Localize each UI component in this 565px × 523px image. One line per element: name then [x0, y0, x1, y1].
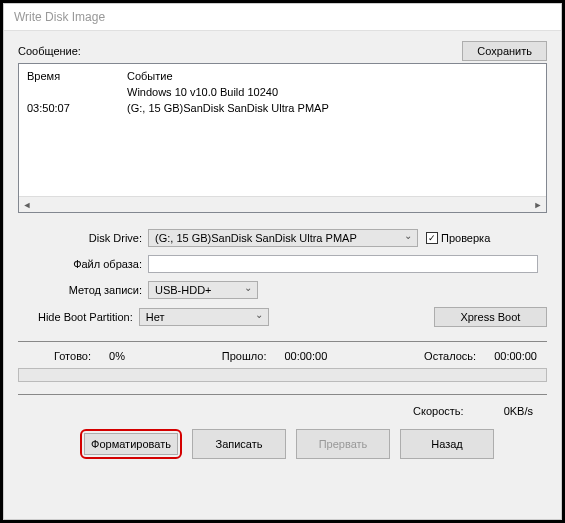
verify-label: Проверка [441, 232, 490, 244]
log-table: Время Событие Windows 10 v10.0 Build 102… [19, 64, 546, 116]
form-area: Disk Drive: (G:, 15 GB)SanDisk SanDisk U… [18, 229, 547, 335]
speed-row: Скорость: 0KB/s [18, 401, 547, 429]
disk-drive-label: Disk Drive: [18, 232, 148, 244]
scroll-left-icon[interactable]: ◄ [19, 198, 35, 212]
progress-bar [18, 368, 547, 382]
divider [18, 341, 547, 342]
log-row: Windows 10 v10.0 Build 10240 [19, 84, 546, 100]
speed-label: Скорость: [413, 405, 464, 417]
elapsed-label: Прошло: [222, 350, 267, 362]
image-file-input[interactable] [148, 255, 538, 273]
write-button[interactable]: Записать [192, 429, 286, 459]
scroll-right-icon[interactable]: ► [530, 198, 546, 212]
action-buttons: Форматировать Записать Прервать Назад [18, 429, 547, 465]
log-row: 03:50:07 (G:, 15 GB)SanDisk SanDisk Ultr… [19, 100, 546, 116]
hide-partition-select[interactable]: Нет [139, 308, 269, 326]
back-button[interactable]: Назад [400, 429, 494, 459]
log-header-time: Время [19, 64, 119, 84]
log-event-cell: Windows 10 v10.0 Build 10240 [119, 84, 546, 100]
format-button[interactable]: Форматировать [84, 433, 178, 455]
done-value: 0% [109, 350, 125, 362]
image-file-label: Файл образа: [18, 258, 148, 270]
hide-partition-row: Hide Boot Partition: Нет Xpress Boot [18, 307, 547, 327]
write-disk-image-window: Write Disk Image Сообщение: Сохранить Вр… [3, 3, 562, 520]
write-method-row: Метод записи: USB-HDD+ [18, 281, 547, 299]
remain-value: 00:00:00 [494, 350, 537, 362]
log-time-cell [19, 84, 119, 100]
horizontal-scrollbar[interactable]: ◄ ► [19, 196, 546, 212]
write-method-select[interactable]: USB-HDD+ [148, 281, 258, 299]
checkbox-icon: ✓ [426, 232, 438, 244]
log-time-cell: 03:50:07 [19, 100, 119, 116]
xpress-boot-button[interactable]: Xpress Boot [434, 307, 547, 327]
window-titlebar: Write Disk Image [4, 4, 561, 31]
verify-checkbox[interactable]: ✓ Проверка [426, 232, 490, 244]
format-highlight: Форматировать [80, 429, 182, 459]
disk-drive-row: Disk Drive: (G:, 15 GB)SanDisk SanDisk U… [18, 229, 547, 247]
window-content: Сообщение: Сохранить Время Событие Windo… [4, 31, 561, 519]
progress-info: Готово: 0% Прошло: 00:00:00 Осталось: 00… [18, 348, 547, 366]
message-label: Сообщение: [18, 45, 81, 57]
disk-drive-select[interactable]: (G:, 15 GB)SanDisk SanDisk Ultra PMAP [148, 229, 418, 247]
log-header-event: Событие [119, 64, 546, 84]
divider [18, 394, 547, 395]
image-file-row: Файл образа: [18, 255, 547, 273]
message-row: Сообщение: Сохранить [18, 41, 547, 61]
remain-label: Осталось: [424, 350, 476, 362]
hide-partition-label: Hide Boot Partition: [18, 311, 139, 323]
abort-button[interactable]: Прервать [296, 429, 390, 459]
window-title: Write Disk Image [14, 10, 105, 24]
save-button[interactable]: Сохранить [462, 41, 547, 61]
log-event-cell: (G:, 15 GB)SanDisk SanDisk Ultra PMAP [119, 100, 546, 116]
write-method-label: Метод записи: [18, 284, 148, 296]
elapsed-value: 00:00:00 [284, 350, 327, 362]
done-label: Готово: [54, 350, 91, 362]
speed-value: 0KB/s [504, 405, 533, 417]
log-header-row: Время Событие [19, 64, 546, 84]
log-panel: Время Событие Windows 10 v10.0 Build 102… [18, 63, 547, 213]
